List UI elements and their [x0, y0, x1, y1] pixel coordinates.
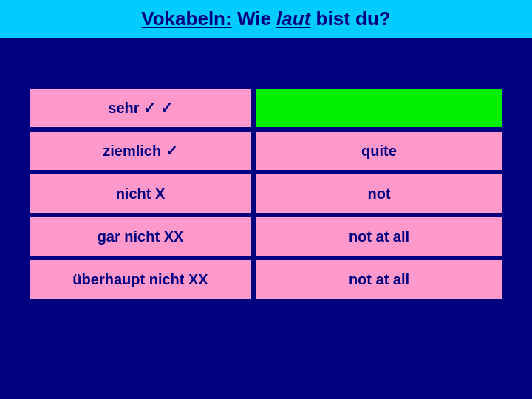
cell-english-2: not [256, 174, 502, 213]
table-row: überhaupt nicht XXnot at all [30, 260, 502, 299]
cell-german-3: gar nicht XX [30, 217, 251, 256]
cell-english-1: quite [256, 132, 502, 170]
title-wie: Wie [237, 7, 276, 30]
cell-english-4: not at all [256, 260, 502, 299]
cell-german-2: nicht X [30, 174, 251, 213]
cell-english-3: not at all [256, 217, 502, 256]
cell-german-4: überhaupt nicht XX [30, 260, 251, 299]
table-row: sehr ✓ ✓ [30, 89, 502, 127]
cell-german-1: ziemlich ✓ [30, 132, 251, 170]
cell-german-0: sehr ✓ ✓ [30, 89, 251, 127]
table-row: ziemlich ✓quite [30, 132, 502, 170]
cell-english-0 [256, 89, 502, 127]
table-row: nicht Xnot [30, 174, 502, 213]
title-rest: bist du? [316, 7, 391, 30]
title-bar: Vokabeln: Wie laut bist du? [0, 0, 532, 40]
content-area: sehr ✓ ✓ziemlich ✓quitenicht Xnotgar nic… [0, 40, 532, 321]
title-laut: laut [276, 7, 310, 30]
table-row: gar nicht XXnot at all [30, 217, 502, 256]
title-vokabeln: Vokabeln: [141, 7, 231, 30]
